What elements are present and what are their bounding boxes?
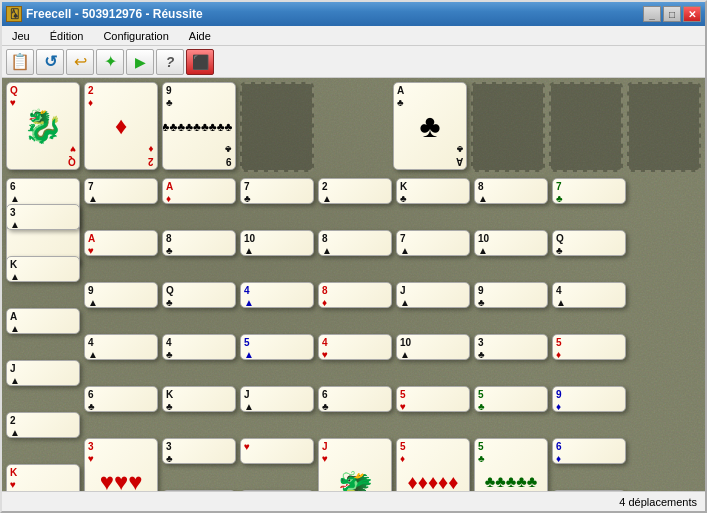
- status-bar: 4 déplacements: [2, 491, 705, 511]
- column-5[interactable]: 2▲ 8▲ 8♦ 4♥ 6♣ J♥ 🐲 J♥: [318, 178, 392, 484]
- menu-jeu[interactable]: Jeu: [6, 29, 36, 43]
- menu-bar: Jeu Édition Configuration Aide: [2, 26, 705, 46]
- freecell-2[interactable]: 2♦ ♦ 2♦: [84, 82, 158, 172]
- title-bar-left: 🂡 Freecell - 503912976 - Réussite: [6, 6, 203, 22]
- foundation-4-empty[interactable]: [627, 82, 701, 172]
- column-8[interactable]: 7♣ Q♣ 4▲ 5♦ 9♦ 6♦ 9♦ ♦: [552, 178, 626, 484]
- window-controls: _ □ ✕: [643, 6, 701, 22]
- freecell-4-empty[interactable]: [240, 82, 314, 172]
- stop-button[interactable]: ⬛: [186, 49, 214, 75]
- column-1[interactable]: 6▲ ▲▲▲▲▲▲ 3▲ K▲ A▲ J▲ 2▲: [6, 178, 80, 484]
- foundation-1[interactable]: A♣ ♣ A♣: [393, 82, 467, 172]
- menu-edition[interactable]: Édition: [44, 29, 90, 43]
- maximize-button[interactable]: □: [663, 6, 681, 22]
- help-button[interactable]: ?: [156, 49, 184, 75]
- column-2[interactable]: 7▲ A♥ 9▲ 4▲ 6♣ 3♥ ♥♥♥ 3♥: [84, 178, 158, 484]
- card-queen-hearts[interactable]: Q♥ 🐉 Q♥: [6, 82, 80, 170]
- card-9-clubs[interactable]: 9♣ ♣♣♣♣♣♣♣♣♣ 9♣: [162, 82, 236, 170]
- toolbar: 📋 ↺ ↩ ✦ ▶ ? ⬛: [2, 46, 705, 78]
- columns-row: 6▲ ▲▲▲▲▲▲ 3▲ K▲ A▲ J▲ 2▲: [6, 178, 701, 484]
- foundation-2-empty[interactable]: [471, 82, 545, 172]
- minimize-button[interactable]: _: [643, 6, 661, 22]
- card-2-diamonds[interactable]: 2♦ ♦ 2♦: [84, 82, 158, 170]
- new-button[interactable]: 📋: [6, 49, 34, 75]
- menu-configuration[interactable]: Configuration: [97, 29, 174, 43]
- play-button[interactable]: ▶: [126, 49, 154, 75]
- column-4[interactable]: 7♣ 10▲ 4▲ 5▲ J▲ ♥ 2♥ ♥: [240, 178, 314, 484]
- spacer: [318, 82, 389, 172]
- game-area: Q♥ 🐉 Q♥ 2♦ ♦ 2♦ 9♣ ♣♣: [2, 78, 705, 491]
- freecell-3[interactable]: 9♣ ♣♣♣♣♣♣♣♣♣ 9♣: [162, 82, 236, 172]
- card-ace-clubs[interactable]: A♣ ♣ A♣: [393, 82, 467, 170]
- main-window: 🂡 Freecell - 503912976 - Réussite _ □ ✕ …: [0, 0, 707, 513]
- hint-button[interactable]: ✦: [96, 49, 124, 75]
- close-button[interactable]: ✕: [683, 6, 701, 22]
- move-count: 4 déplacements: [619, 496, 697, 508]
- freecell-1[interactable]: Q♥ 🐉 Q♥: [6, 82, 80, 172]
- top-row: Q♥ 🐉 Q♥ 2♦ ♦ 2♦ 9♣ ♣♣: [6, 82, 701, 172]
- undo-button[interactable]: ↩: [66, 49, 94, 75]
- column-7[interactable]: 8▲ 10▲ 9♣ 3♣ 5♣ 5♣ ♣♣♣♣♣ 5♣: [474, 178, 548, 484]
- column-6[interactable]: K♣ 7▲ J▲ 10▲ 5♥ 5♦ ♦♦♦♦♦ 5♦: [396, 178, 470, 484]
- restart-button[interactable]: ↺: [36, 49, 64, 75]
- window-title: Freecell - 503912976 - Réussite: [26, 7, 203, 21]
- app-icon: 🂡: [6, 6, 22, 22]
- column-3[interactable]: A♦ 8♣ Q♣ 4♣ K♣ 3♣ Q♦ �: [162, 178, 236, 484]
- foundation-3-empty[interactable]: [549, 82, 623, 172]
- title-bar: 🂡 Freecell - 503912976 - Réussite _ □ ✕: [2, 2, 705, 26]
- menu-aide[interactable]: Aide: [183, 29, 217, 43]
